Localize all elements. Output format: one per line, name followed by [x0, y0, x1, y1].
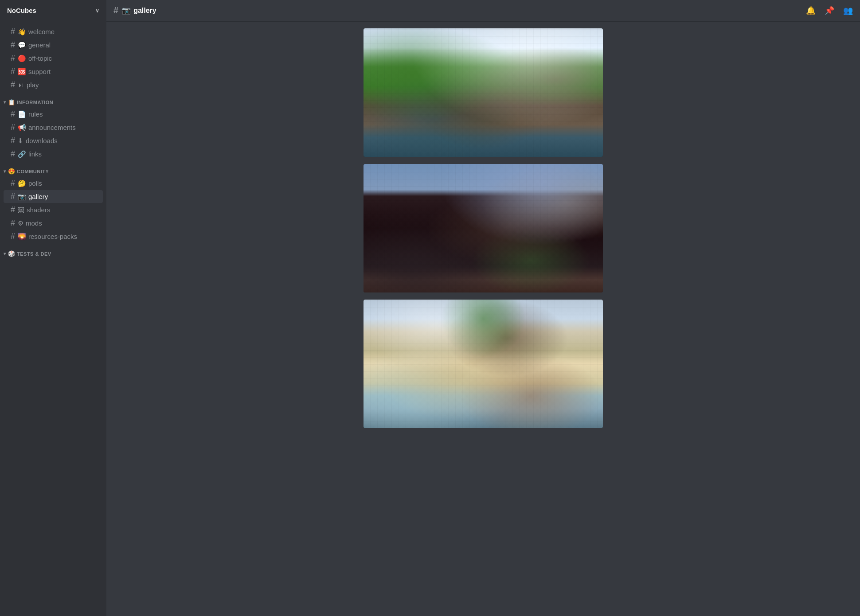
- channel-item-shaders[interactable]: # 🖼 shaders: [4, 203, 103, 216]
- hash-icon: #: [11, 179, 15, 188]
- minecraft-scene-3: [364, 300, 603, 428]
- category-tests-label: TESTS & DEV: [17, 251, 51, 257]
- gallery-image-1[interactable]: [364, 28, 603, 157]
- category-tests-dev[interactable]: ▾ 🎲 TESTS & DEV: [0, 243, 106, 259]
- channel-emoji-general: 💬: [18, 41, 26, 49]
- hash-icon: #: [11, 109, 15, 119]
- category-information-icon: 📋: [8, 99, 16, 105]
- channel-name-play: play: [27, 81, 39, 89]
- channel-emoji-resources-packs: 🌄: [18, 233, 26, 241]
- hash-icon: #: [11, 149, 15, 159]
- hash-icon: #: [11, 218, 15, 228]
- gallery-image-2[interactable]: [364, 164, 603, 292]
- channel-item-announcements[interactable]: # 📢 announcements: [4, 121, 103, 134]
- channel-item-downloads[interactable]: # ⬇ downloads: [4, 134, 103, 147]
- channel-emoji-links: 🔗: [18, 150, 26, 158]
- hash-icon: #: [11, 136, 15, 145]
- channel-name-polls: polls: [28, 179, 42, 187]
- channel-name-general: general: [28, 41, 51, 49]
- topbar-channel-emoji: 📷: [122, 6, 131, 15]
- hash-icon: #: [11, 123, 15, 132]
- hash-icon: #: [11, 205, 15, 214]
- hash-icon: #: [11, 40, 15, 50]
- hash-icon: #: [11, 54, 15, 63]
- channel-item-general[interactable]: # 💬 general: [4, 39, 103, 51]
- channel-emoji-play: ⏯: [18, 81, 24, 89]
- server-chevron-icon: ∨: [95, 8, 99, 14]
- main-content: # 📷 gallery 🔔 📌 👥: [106, 0, 860, 616]
- topbar: # 📷 gallery 🔔 📌 👥: [106, 0, 860, 21]
- channel-emoji-rules: 📄: [18, 110, 26, 118]
- channel-name-mods: mods: [26, 219, 42, 227]
- server-name: NoCubes: [7, 7, 36, 14]
- information-channels: # 📄 rules # 📢 announcements # ⬇ download…: [0, 108, 106, 160]
- hash-icon: #: [11, 67, 15, 76]
- category-tests-icon: 🎲: [8, 250, 16, 257]
- channel-emoji-mods: ⚙: [18, 219, 23, 227]
- channel-item-welcome[interactable]: # 👋 welcome: [4, 25, 103, 38]
- minecraft-scene-2: [364, 164, 603, 292]
- category-community-label: COMMUNITY: [17, 169, 49, 174]
- hash-icon: #: [11, 192, 15, 201]
- hash-icon: #: [11, 80, 15, 90]
- channel-item-play[interactable]: # ⏯ play: [4, 78, 103, 91]
- channel-emoji-welcome: 👋: [18, 28, 26, 36]
- channel-item-mods[interactable]: # ⚙ mods: [4, 217, 103, 230]
- channel-name-rules: rules: [28, 110, 43, 118]
- topbar-icons: 🔔 📌 👥: [806, 6, 853, 16]
- channel-item-gallery[interactable]: # 📷 gallery: [4, 190, 103, 203]
- channel-name-off-topic: off-topic: [28, 55, 52, 62]
- channel-item-off-topic[interactable]: # 🔴 off-topic: [4, 52, 103, 65]
- category-community-chevron-icon: ▾: [4, 169, 6, 174]
- hash-icon: #: [11, 27, 15, 36]
- channel-list: # 👋 welcome # 💬 general # 🔴 off-topic # …: [0, 21, 106, 616]
- channel-emoji-announcements: 📢: [18, 124, 26, 132]
- channel-item-polls[interactable]: # 🤔 polls: [4, 177, 103, 190]
- members-icon[interactable]: 👥: [843, 6, 853, 16]
- content-area: [106, 21, 860, 616]
- category-tests-chevron-icon: ▾: [4, 251, 6, 256]
- community-channels: # 🤔 polls # 📷 gallery # 🖼 shaders # ⚙ mo…: [0, 177, 106, 243]
- category-chevron-icon: ▾: [4, 100, 6, 105]
- channel-emoji-shaders: 🖼: [18, 206, 24, 214]
- channel-name-links: links: [28, 150, 42, 158]
- channel-name-resources-packs: resources-packs: [28, 233, 77, 240]
- channel-name-support: support: [28, 68, 51, 75]
- minecraft-scene-1: [364, 28, 603, 157]
- channel-emoji-support: 🆘: [18, 68, 26, 76]
- gallery-image-3[interactable]: [364, 300, 603, 428]
- channel-name-announcements: announcements: [28, 124, 76, 131]
- channel-name-shaders: shaders: [27, 206, 50, 214]
- channel-emoji-gallery: 📷: [18, 193, 26, 201]
- topbar-hash-icon: #: [113, 5, 118, 16]
- channel-item-resources-packs[interactable]: # 🌄 resources-packs: [4, 230, 103, 243]
- notification-bell-icon[interactable]: 🔔: [806, 6, 816, 16]
- channel-emoji-off-topic: 🔴: [18, 55, 26, 62]
- channel-name-welcome: welcome: [28, 28, 55, 35]
- channel-item-links[interactable]: # 🔗 links: [4, 148, 103, 160]
- gallery-images: [315, 28, 652, 428]
- channel-emoji-downloads: ⬇: [18, 137, 23, 145]
- uncategorized-channels: # 👋 welcome # 💬 general # 🔴 off-topic # …: [0, 25, 106, 91]
- pin-icon[interactable]: 📌: [825, 6, 834, 16]
- category-information[interactable]: ▾ 📋 INFORMATION: [0, 92, 106, 107]
- channel-emoji-polls: 🤔: [18, 179, 26, 187]
- channel-item-support[interactable]: # 🆘 support: [4, 65, 103, 78]
- category-community[interactable]: ▾ 😍 COMMUNITY: [0, 161, 106, 176]
- hash-icon: #: [11, 232, 15, 241]
- channel-item-rules[interactable]: # 📄 rules: [4, 108, 103, 121]
- channel-name-downloads: downloads: [26, 137, 58, 144]
- category-information-label: INFORMATION: [17, 100, 53, 105]
- sidebar: NoCubes ∨ # 👋 welcome # 💬 general # 🔴 of…: [0, 0, 106, 616]
- server-header[interactable]: NoCubes ∨: [0, 0, 106, 21]
- topbar-channel-name: gallery: [133, 7, 156, 15]
- topbar-title: # 📷 gallery: [113, 5, 156, 16]
- category-community-icon: 😍: [8, 168, 16, 175]
- channel-name-gallery: gallery: [28, 193, 48, 200]
